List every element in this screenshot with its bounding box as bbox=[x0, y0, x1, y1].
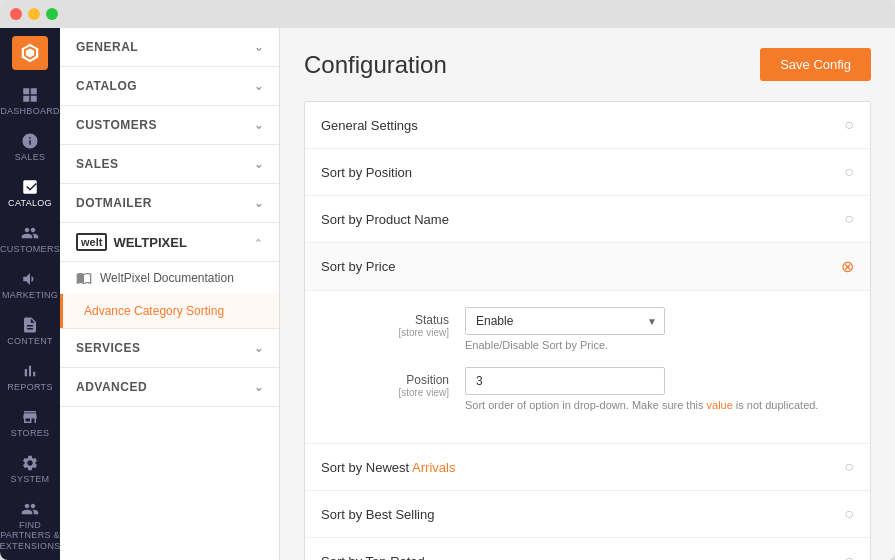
config-row-sort-best-selling[interactable]: Sort by Best Selling ○ bbox=[305, 491, 870, 538]
nav-section-header-customers[interactable]: CUSTOMERS ⌄ bbox=[60, 106, 279, 144]
sidebar-item-dashboard[interactable]: DASHBOARD bbox=[0, 78, 60, 124]
config-label-sort-newest: Sort by Newest Arrivals bbox=[321, 460, 455, 475]
sidebar-label-sales: SALES bbox=[15, 152, 46, 162]
sidebar-item-stores[interactable]: STORES bbox=[0, 400, 60, 446]
config-label-sort-best-selling: Sort by Best Selling bbox=[321, 507, 434, 522]
config-row-general-settings[interactable]: General Settings ○ bbox=[305, 102, 870, 149]
stores-icon bbox=[21, 408, 39, 426]
status-select[interactable]: Enable Disable bbox=[465, 307, 665, 335]
config-row-sort-position[interactable]: Sort by Position ○ bbox=[305, 149, 870, 196]
app-body: DASHBOARD SALES CATALOG CUSTOMERS MARKET… bbox=[0, 28, 895, 560]
sidebar-label-system: SYSTEM bbox=[11, 474, 50, 484]
config-row-sort-product-name[interactable]: Sort by Product Name ○ bbox=[305, 196, 870, 243]
nav-section-customers: CUSTOMERS ⌄ bbox=[60, 106, 279, 145]
page-title: Configuration bbox=[304, 51, 447, 79]
maximize-button[interactable] bbox=[46, 8, 58, 20]
sidebar-label-catalog: CATALOG bbox=[8, 198, 52, 208]
position-hint-link[interactable]: value bbox=[707, 399, 733, 411]
sidebar: DASHBOARD SALES CATALOG CUSTOMERS MARKET… bbox=[0, 28, 60, 560]
config-row-sort-top-rated[interactable]: Sort by Top Rated ○ bbox=[305, 538, 870, 560]
config-label-sort-product-name: Sort by Product Name bbox=[321, 212, 449, 227]
nav-section-header-advanced[interactable]: ADVANCED ⌄ bbox=[60, 368, 279, 406]
nav-section-header-sales[interactable]: SALES ⌄ bbox=[60, 145, 279, 183]
status-sublabel: [store view] bbox=[329, 327, 449, 338]
nav-section-dotmailer: DOTMAILER ⌄ bbox=[60, 184, 279, 223]
weltpixel-section-header[interactable]: welt WELTPIXEL ⌄ bbox=[60, 223, 279, 262]
sidebar-label-customers: CUSTOMERS bbox=[0, 244, 60, 254]
minimize-button[interactable] bbox=[28, 8, 40, 20]
sidebar-label-dashboard: DASHBOARD bbox=[0, 106, 60, 116]
sidebar-item-system[interactable]: SYSTEM bbox=[0, 446, 60, 492]
partners-icon bbox=[21, 500, 39, 518]
weltpixel-label: WELTPIXEL bbox=[113, 235, 186, 250]
sidebar-item-find-partners[interactable]: FIND PARTNERS & EXTENSIONS bbox=[0, 492, 60, 560]
nav-section-sales: SALES ⌄ bbox=[60, 145, 279, 184]
nav-section-label-sales: SALES bbox=[76, 157, 119, 171]
nav-section-label-services: SERVICES bbox=[76, 341, 140, 355]
expand-icon-general-settings: ○ bbox=[844, 116, 854, 134]
close-button[interactable] bbox=[10, 8, 22, 20]
save-config-button[interactable]: Save Config bbox=[760, 48, 871, 81]
content-icon bbox=[21, 316, 39, 334]
chevron-down-icon-dotmailer: ⌄ bbox=[254, 197, 264, 210]
sidebar-label-reports: REPORTS bbox=[7, 382, 52, 392]
weltpixel-doc-item[interactable]: WeltPixel Documentation bbox=[60, 262, 279, 294]
welt-brand-icon: welt bbox=[76, 233, 107, 251]
config-label-sort-top-rated: Sort by Top Rated bbox=[321, 554, 425, 561]
position-sublabel: [store view] bbox=[329, 387, 449, 398]
nav-section-catalog: CATALOG ⌄ bbox=[60, 67, 279, 106]
position-label-group: Position [store view] bbox=[329, 367, 449, 398]
customers-icon bbox=[21, 224, 39, 242]
position-input[interactable] bbox=[465, 367, 665, 395]
nav-section-header-dotmailer[interactable]: DOTMAILER ⌄ bbox=[60, 184, 279, 222]
sort-price-form-body: Status [store view] Enable Disable ▼ bbox=[305, 291, 870, 443]
page-header: Configuration Save Config bbox=[304, 48, 871, 81]
chevron-down-icon-customers: ⌄ bbox=[254, 119, 264, 132]
position-control-group: Sort order of option in drop-down. Make … bbox=[465, 367, 846, 411]
chevron-down-icon-catalog: ⌄ bbox=[254, 80, 264, 93]
status-control-group: Enable Disable ▼ Enable/Disable Sort by … bbox=[465, 307, 846, 351]
position-hint: Sort order of option in drop-down. Make … bbox=[465, 399, 846, 411]
titlebar bbox=[0, 0, 895, 28]
sidebar-item-customers[interactable]: CUSTOMERS bbox=[0, 216, 60, 262]
nav-section-advanced: ADVANCED ⌄ bbox=[60, 368, 279, 407]
arrivals-highlight: Arrivals bbox=[412, 460, 455, 475]
nav-section-label-catalog: CATALOG bbox=[76, 79, 137, 93]
nav-section-header-services[interactable]: SERVICES ⌄ bbox=[60, 329, 279, 367]
expand-icon-sort-best-selling: ○ bbox=[844, 505, 854, 523]
nav-section-header-catalog[interactable]: CATALOG ⌄ bbox=[60, 67, 279, 105]
sidebar-item-content[interactable]: CONTENT bbox=[0, 308, 60, 354]
book-icon bbox=[76, 270, 92, 286]
chevron-down-icon-advanced: ⌄ bbox=[254, 381, 264, 394]
nav-section-services: SERVICES ⌄ bbox=[60, 329, 279, 368]
nav-section-weltpixel: welt WELTPIXEL ⌄ WeltPixel Documentation… bbox=[60, 223, 279, 329]
position-hint-prefix: Sort order of option in drop-down. Make … bbox=[465, 399, 707, 411]
weltpixel-logo: welt WELTPIXEL bbox=[76, 233, 187, 251]
chevron-down-icon: ⌄ bbox=[254, 41, 264, 54]
config-expanded-sort-price: Sort by Price ⊗ Status [store view] bbox=[305, 243, 870, 444]
config-expanded-header-sort-price[interactable]: Sort by Price ⊗ bbox=[305, 243, 870, 291]
config-row-sort-newest[interactable]: Sort by Newest Arrivals ○ bbox=[305, 444, 870, 491]
sidebar-item-catalog[interactable]: CATALOG bbox=[0, 170, 60, 216]
nav-section-label-advanced: ADVANCED bbox=[76, 380, 147, 394]
dashboard-icon bbox=[21, 86, 39, 104]
nav-active-item-advance-category[interactable]: Advance Category Sorting bbox=[60, 294, 279, 328]
config-sections-container: General Settings ○ Sort by Position ○ So… bbox=[304, 101, 871, 560]
sidebar-item-reports[interactable]: REPORTS bbox=[0, 354, 60, 400]
sidebar-item-sales[interactable]: SALES bbox=[0, 124, 60, 170]
config-label-sort-price: Sort by Price bbox=[321, 259, 395, 274]
sidebar-item-marketing[interactable]: MARKETING bbox=[0, 262, 60, 308]
sales-icon bbox=[21, 132, 39, 150]
expand-icon-sort-price: ⊗ bbox=[841, 257, 854, 276]
sidebar-label-stores: STORES bbox=[11, 428, 50, 438]
magento-logo[interactable] bbox=[12, 36, 48, 70]
nav-section-header-general[interactable]: GENERAL ⌄ bbox=[60, 28, 279, 66]
status-hint: Enable/Disable Sort by Price. bbox=[465, 339, 846, 351]
main-content: Configuration Save Config General Settin… bbox=[280, 28, 895, 560]
status-select-wrapper: Enable Disable ▼ bbox=[465, 307, 665, 335]
form-row-position: Position [store view] Sort order of opti… bbox=[329, 367, 846, 411]
form-row-status: Status [store view] Enable Disable ▼ bbox=[329, 307, 846, 351]
app-window: DASHBOARD SALES CATALOG CUSTOMERS MARKET… bbox=[0, 0, 895, 560]
chevron-up-icon-weltpixel: ⌄ bbox=[254, 236, 263, 249]
magento-logo-icon bbox=[19, 42, 41, 64]
